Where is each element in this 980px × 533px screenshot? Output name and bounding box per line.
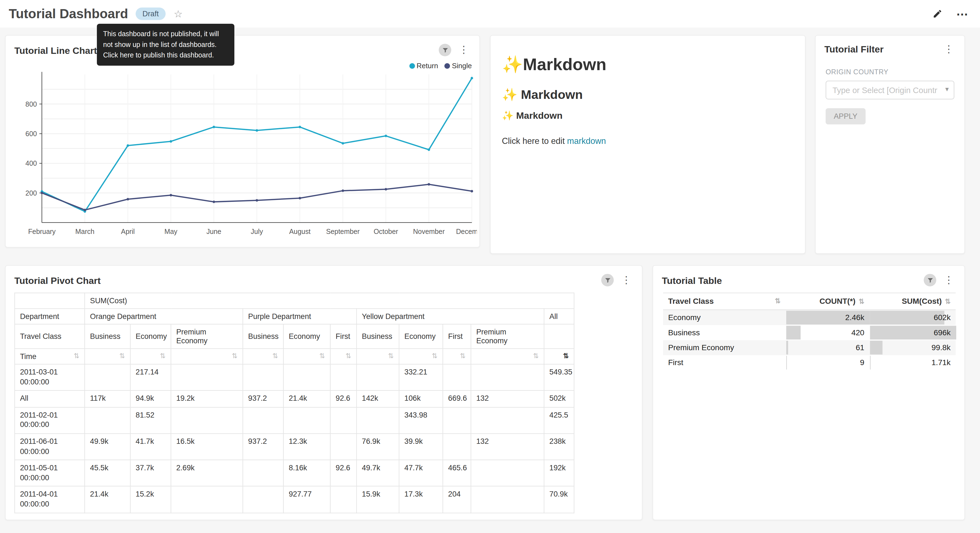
- sort-icon[interactable]: ⇅: [775, 297, 781, 305]
- pivot-cell: [357, 407, 399, 434]
- pivot-row: 2011-06-01 00:00:0049.9k41.7k16.5k937.21…: [14, 434, 574, 460]
- pivot-sort-cell[interactable]: ⇅: [130, 348, 171, 364]
- kebab-menu-icon[interactable]: ⋮: [619, 275, 633, 285]
- pivot-row-header[interactable]: 2011-04-01 00:00:00: [14, 486, 85, 513]
- pivot-row-header[interactable]: 2011-06-01 00:00:00: [14, 434, 85, 460]
- pivot-cell: 47.7k: [399, 460, 443, 487]
- pivot-cell: 343.98: [399, 407, 443, 434]
- pivot-group-header[interactable]: Yellow Department: [357, 308, 544, 324]
- kebab-menu-icon[interactable]: ⋮: [942, 44, 956, 54]
- pivot-cell: [471, 460, 544, 487]
- pivot-cell: 192k: [544, 460, 574, 487]
- pivot-sort-cell[interactable]: ⇅: [471, 348, 544, 364]
- pivot-cell: 76.9k: [357, 434, 399, 460]
- sort-icon[interactable]: ⇅: [460, 353, 466, 361]
- pivot-row-header[interactable]: All: [14, 391, 85, 407]
- pivot-col-header[interactable]: First: [331, 324, 357, 348]
- pivot-sort-cell[interactable]: ⇅: [331, 348, 357, 364]
- sort-icon[interactable]: ⇅: [160, 353, 165, 361]
- line-chart-card: Tutorial Line Chart ⋮ ReturnSingle 20040…: [5, 35, 480, 248]
- count-cell: 420: [786, 326, 869, 340]
- sort-icon[interactable]: ⇅: [272, 353, 278, 361]
- pivot-group-header[interactable]: All: [544, 308, 574, 324]
- pivot-col-header[interactable]: Business: [243, 324, 283, 348]
- pivot-cell: 94.9k: [130, 391, 171, 407]
- pivot-sort-cell[interactable]: ⇅: [443, 348, 471, 364]
- pivot-col-header[interactable]: Premium Economy: [171, 324, 243, 348]
- pivot-cell: 45.5k: [85, 460, 130, 487]
- svg-text:200: 200: [25, 189, 37, 197]
- pivot-cell: [331, 407, 357, 434]
- pivot-row-header[interactable]: 2011-03-01 00:00:00: [14, 364, 85, 391]
- pivot-col-header[interactable]: Business: [357, 324, 399, 348]
- paragraph-text: Click here to edit: [502, 136, 567, 146]
- pivot-group-header[interactable]: Purple Department: [243, 308, 357, 324]
- pivot-cell: 70.9k: [544, 486, 574, 513]
- sort-icon[interactable]: ⇅: [319, 353, 325, 361]
- svg-text:September: September: [326, 228, 360, 235]
- line-chart-plot[interactable]: 200400600800FebruaryMarchAprilMayJuneJul…: [10, 71, 477, 244]
- kebab-menu-icon[interactable]: ⋮: [942, 275, 956, 285]
- kebab-menu-icon[interactable]: ⋮: [457, 45, 471, 55]
- pivot-col-header[interactable]: Economy: [283, 324, 331, 348]
- pivot-cell: 12.3k: [283, 434, 331, 460]
- pivot-sort-cell[interactable]: ⇅: [283, 348, 331, 364]
- svg-text:February: February: [28, 228, 56, 235]
- sort-icon[interactable]: ⇅: [533, 353, 539, 361]
- pivot-cell: 332.21: [399, 364, 443, 391]
- legend-dot-icon: [409, 63, 415, 69]
- pivot-row-header[interactable]: 2011-05-01 00:00:00: [14, 460, 85, 487]
- apply-button[interactable]: APPLY: [826, 108, 865, 124]
- pivot-sort-cell[interactable]: ⇅: [544, 348, 574, 364]
- pivot-col-header[interactable]: Business: [85, 324, 130, 348]
- pivot-cell: [85, 364, 130, 391]
- table-col-travel-class[interactable]: Travel Class⇅: [663, 293, 786, 310]
- card-icons: ⋮: [942, 44, 956, 54]
- pivot-cell: 669.6: [443, 391, 471, 407]
- pivot-col-header[interactable]: Premium Economy: [471, 324, 544, 348]
- pivot-col-header[interactable]: First: [443, 324, 471, 348]
- legend-item-return[interactable]: Return: [409, 62, 438, 69]
- pivot-row: 2011-05-01 00:00:0045.5k37.7k2.69k8.16k9…: [14, 460, 574, 487]
- cross-filter-funnel-icon[interactable]: [924, 274, 936, 286]
- markdown-link[interactable]: markdown: [567, 136, 606, 146]
- cross-filter-funnel-icon[interactable]: [439, 44, 451, 56]
- cross-filter-funnel-icon[interactable]: [601, 274, 614, 286]
- table-col-count[interactable]: COUNT(*)⇅: [786, 293, 869, 310]
- pivot-cell: 2.69k: [171, 460, 243, 487]
- pivot-col-header[interactable]: Economy: [130, 324, 171, 348]
- pivot-time-header[interactable]: Time⇅: [14, 348, 85, 364]
- pivot-cell: 37.7k: [130, 460, 171, 487]
- pivot-sort-cell[interactable]: ⇅: [243, 348, 283, 364]
- pivot-col-header[interactable]: [544, 324, 574, 348]
- sort-icon[interactable]: ⇅: [74, 352, 80, 361]
- draft-badge[interactable]: Draft: [135, 8, 165, 20]
- card-header: Tutorial Filter ⋮: [816, 36, 964, 58]
- pivot-cell: 92.6: [331, 391, 357, 407]
- pivot-cell: [331, 364, 357, 391]
- sort-icon[interactable]: ⇅: [232, 353, 237, 361]
- pivot-group-header[interactable]: Orange Department: [85, 308, 243, 324]
- pivot-sort-cell[interactable]: ⇅: [399, 348, 443, 364]
- sort-icon[interactable]: ⇅: [345, 353, 351, 361]
- sort-icon[interactable]: ⇅: [119, 353, 125, 361]
- sort-icon[interactable]: ⇅: [432, 353, 438, 361]
- favorite-star-icon[interactable]: ☆: [173, 8, 183, 20]
- edit-pencil-icon[interactable]: [932, 9, 942, 19]
- sort-icon[interactable]: ⇅: [388, 353, 394, 361]
- pivot-sort-cell[interactable]: ⇅: [85, 348, 130, 364]
- pivot-metric-row: SUM(Cost): [14, 293, 574, 309]
- pivot-row-header[interactable]: 2011-02-01 00:00:00: [14, 407, 85, 434]
- pivot-sort-cell[interactable]: ⇅: [171, 348, 243, 364]
- pivot-col-header[interactable]: Economy: [399, 324, 443, 348]
- more-menu-icon[interactable]: ⋯: [956, 6, 969, 21]
- sort-desc-icon[interactable]: ⇅: [563, 353, 569, 361]
- sort-icon[interactable]: ⇅: [859, 298, 864, 305]
- origin-country-input[interactable]: [826, 81, 955, 99]
- pivot-sort-cell[interactable]: ⇅: [357, 348, 399, 364]
- table-header-row: Travel Class⇅COUNT(*)⇅SUM(Cost)⇅: [663, 293, 956, 310]
- svg-text:July: July: [251, 228, 263, 235]
- sort-icon[interactable]: ⇅: [945, 298, 951, 305]
- table-col-sum[interactable]: SUM(Cost)⇅: [869, 293, 955, 310]
- legend-item-single[interactable]: Single: [444, 62, 472, 69]
